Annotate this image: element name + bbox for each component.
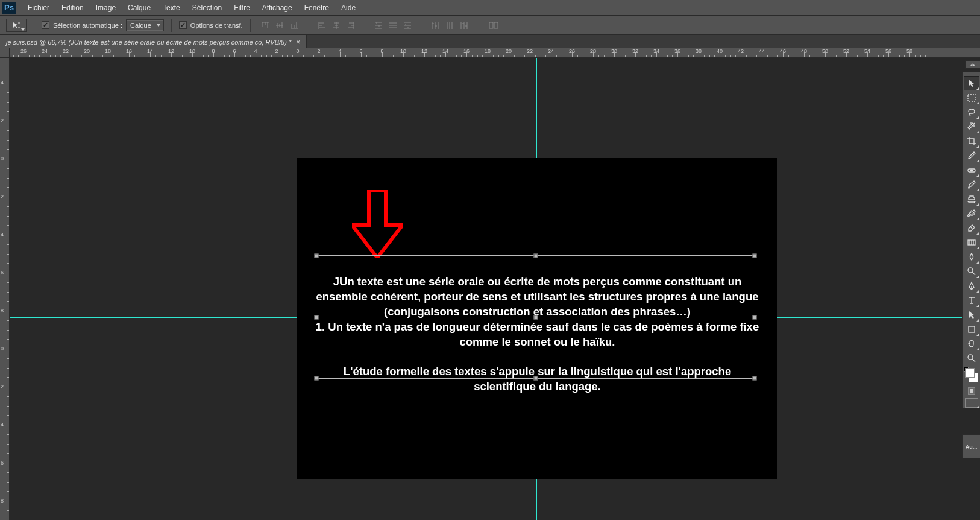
lasso-tool[interactable] (964, 105, 979, 119)
marquee-tool[interactable] (964, 90, 979, 105)
menu-selection[interactable]: Sélection (186, 0, 228, 16)
divider (34, 19, 34, 32)
auto-select-type-value: Calque (130, 22, 151, 29)
gradient-tool[interactable] (964, 235, 979, 250)
workspace: 2826242220181614121086420246810121416182… (0, 48, 980, 520)
close-icon[interactable]: × (296, 38, 300, 46)
type-tool[interactable] (964, 293, 979, 308)
align-hcenter-icon[interactable] (329, 19, 344, 32)
canvas-text-p2: 1. Un texte n'a pas de longueur détermin… (315, 320, 760, 350)
pen-tool[interactable] (964, 279, 979, 293)
collapsed-panel-tab[interactable]: Au... (962, 434, 980, 458)
shape-tool[interactable] (964, 322, 979, 337)
menu-filtre[interactable]: Filtre (228, 0, 256, 16)
align-group-1 (258, 19, 301, 32)
menu-calque[interactable]: Calque (122, 0, 157, 16)
zoom-tool[interactable] (964, 351, 979, 366)
options-bar: ✓ Sélection automatique : Calque ✓ Optio… (0, 16, 980, 35)
ruler-origin[interactable] (0, 48, 10, 58)
clone-stamp-tool[interactable] (964, 192, 979, 206)
menu-aide[interactable]: Aide (335, 0, 362, 16)
auto-align-icon[interactable] (486, 19, 501, 32)
crop-tool[interactable] (964, 134, 979, 148)
screen-mode-toggle[interactable] (965, 398, 978, 408)
collapse-panels-icon[interactable]: ◂▸ (965, 60, 980, 69)
dodge-tool[interactable] (964, 264, 979, 279)
blur-tool[interactable] (964, 250, 979, 264)
menu-bar: Ps Fichier Edition Image Calque Texte Sé… (0, 0, 980, 16)
path-selection-tool[interactable] (964, 308, 979, 322)
auto-select-label: Sélection automatique : (53, 22, 122, 29)
menu-fichier[interactable]: Fichier (22, 0, 55, 16)
quick-mask-toggle[interactable] (968, 387, 975, 395)
align-left-icon[interactable] (315, 19, 329, 32)
svg-rect-6 (969, 326, 975, 332)
eyedropper-tool[interactable] (964, 148, 979, 163)
ruler-horizontal[interactable]: 2826242220181614121086420246810121416182… (10, 48, 980, 58)
canvas-text-layer[interactable]: JUn texte est une série orale ou écrite … (315, 274, 760, 395)
foreground-color-swatch[interactable] (965, 368, 975, 378)
svg-point-7 (968, 355, 973, 360)
svg-point-5 (968, 268, 973, 273)
transform-controls-checkbox[interactable]: ✓ (179, 21, 187, 29)
distribute-group-1 (371, 19, 415, 32)
svg-rect-2 (968, 94, 975, 101)
distribute-hcenter-icon[interactable] (442, 19, 457, 32)
color-swatches[interactable] (964, 367, 979, 384)
move-tool[interactable] (964, 76, 979, 90)
eraser-tool[interactable] (964, 221, 979, 235)
distribute-group-2 (428, 19, 471, 32)
brush-tool[interactable] (964, 177, 979, 192)
svg-rect-0 (489, 22, 493, 28)
tools-panel (962, 72, 980, 408)
menu-affichage[interactable]: Affichage (256, 0, 298, 16)
distribute-right-icon[interactable] (457, 19, 471, 32)
distribute-left-icon[interactable] (428, 19, 442, 32)
ruler-vertical[interactable]: 4202468024680 (0, 58, 10, 520)
canvas-text-p3: L'étude formelle des textes s'appuie sur… (315, 364, 760, 395)
auto-select-type-dropdown[interactable]: Calque (126, 19, 164, 31)
document-tab[interactable]: je suis.psd @ 66,7% (JUn texte est une s… (0, 35, 307, 48)
align-vcenter-icon[interactable] (272, 19, 287, 32)
healing-brush-tool[interactable] (964, 163, 979, 177)
auto-select-checkbox[interactable]: ✓ (42, 21, 49, 29)
menu-image[interactable]: Image (90, 0, 122, 16)
arrow-down-shape[interactable] (352, 190, 403, 258)
chevron-down-icon (21, 28, 25, 31)
document-tab-title: je suis.psd @ 66,7% (JUn texte est une s… (6, 39, 291, 46)
menu-edition[interactable]: Edition (55, 0, 90, 16)
align-right-icon[interactable] (344, 19, 358, 32)
menu-texte[interactable]: Texte (157, 0, 186, 16)
transform-controls-label: Options de transf. (190, 22, 243, 29)
tool-preset-picker[interactable] (6, 19, 27, 32)
canvas-viewport[interactable]: JUn texte est une série orale ou écrite … (10, 58, 980, 520)
divider (479, 19, 479, 32)
divider (171, 19, 172, 32)
document-canvas[interactable]: JUn texte est une série orale ou écrite … (298, 159, 777, 478)
chevron-down-icon (156, 24, 161, 27)
distribute-top-icon[interactable] (371, 19, 386, 32)
distribute-vcenter-icon[interactable] (386, 19, 400, 32)
menu-fenetre[interactable]: Fenêtre (298, 0, 335, 16)
canvas-text-p1: JUn texte est une série orale ou écrite … (315, 274, 760, 320)
magic-wand-tool[interactable] (964, 119, 979, 134)
svg-rect-1 (494, 22, 498, 28)
align-bottom-icon[interactable] (287, 19, 301, 32)
align-top-icon[interactable] (258, 19, 272, 32)
distribute-bottom-icon[interactable] (400, 19, 415, 32)
history-brush-tool[interactable] (964, 206, 979, 221)
divider (250, 19, 251, 32)
hand-tool[interactable] (964, 337, 979, 351)
document-tabs: je suis.psd @ 66,7% (JUn texte est une s… (0, 35, 980, 48)
align-group-2 (315, 19, 358, 32)
app-logo: Ps (2, 2, 16, 14)
